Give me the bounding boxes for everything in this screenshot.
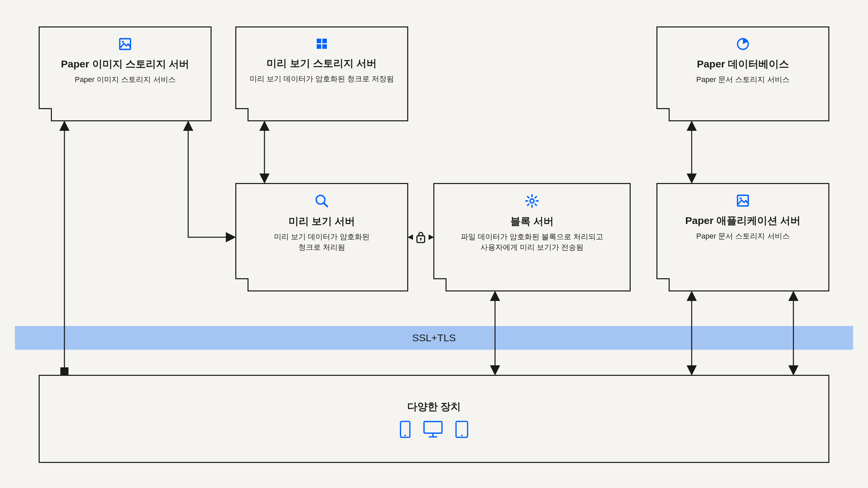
svg-rect-5 — [322, 44, 327, 49]
paper-app-server-box: Paper 애플리케이션 서버 Paper 문서 스토리지 서비스 — [656, 183, 829, 291]
image-icon — [118, 37, 132, 51]
box-title: 블록 서버 — [510, 215, 554, 228]
magnify-icon — [314, 194, 329, 208]
grid-icon — [315, 37, 329, 50]
svg-rect-4 — [317, 44, 321, 49]
ssl-tls-bar: SSL+TLS — [15, 326, 853, 350]
svg-line-8 — [324, 203, 328, 207]
box-subtitle: Paper 문서 스토리지 서비스 — [696, 75, 789, 85]
pie-chart-icon — [736, 37, 750, 51]
devices-title: 다양한 장치 — [407, 400, 461, 414]
mobile-icon — [399, 421, 411, 438]
block-server-box: 블록 서버 파일 데이터가 암호화된 블록으로 처리되고 사용자에게 미리 보기… — [433, 183, 631, 291]
box-title: 미리 보기 서버 — [289, 215, 355, 228]
svg-point-1 — [122, 41, 124, 43]
box-title: 미리 보기 스토리지 서버 — [267, 57, 377, 70]
devices-icons — [399, 421, 469, 438]
svg-rect-3 — [322, 39, 327, 43]
devices-box: 다양한 장치 — [39, 375, 829, 463]
box-subtitle: 미리 보기 데이터가 암호화된 청크로 저장됨 — [250, 74, 394, 84]
svg-point-11 — [739, 197, 742, 199]
box-subtitle: 미리 보기 데이터가 암호화된 청크로 처리됨 — [274, 232, 370, 253]
svg-rect-2 — [317, 39, 321, 43]
svg-point-9 — [530, 199, 534, 203]
box-title: Paper 애플리케이션 서버 — [685, 214, 801, 228]
preview-storage-server-box: 미리 보기 스토리지 서버 미리 보기 데이터가 암호화된 청크로 저장됨 — [235, 26, 408, 121]
gear-icon — [525, 194, 539, 208]
svg-point-13 — [405, 434, 406, 436]
box-title: Paper 이미지 스토리지 서버 — [61, 57, 189, 71]
box-title: Paper 데이터베이스 — [697, 57, 789, 71]
desktop-icon — [423, 421, 443, 438]
paper-image-storage-server-box: Paper 이미지 스토리지 서버 Paper 이미지 스토리지 서비스 — [39, 26, 212, 121]
ssl-label: SSL+TLS — [412, 332, 456, 344]
box-subtitle: Paper 이미지 스토리지 서비스 — [75, 75, 175, 85]
box-subtitle: 파일 데이터가 암호화된 블록으로 처리되고 사용자에게 미리 보기가 전송됨 — [461, 232, 603, 253]
lock-icon — [413, 228, 429, 247]
image-icon — [736, 194, 750, 208]
tablet-icon — [455, 421, 469, 438]
paper-database-box: Paper 데이터베이스 Paper 문서 스토리지 서비스 — [656, 26, 829, 121]
box-subtitle: Paper 문서 스토리지 서비스 — [696, 231, 789, 242]
svg-point-18 — [461, 434, 463, 436]
preview-server-box: 미리 보기 서버 미리 보기 데이터가 암호화된 청크로 처리됨 — [235, 183, 408, 291]
svg-rect-14 — [424, 421, 442, 433]
